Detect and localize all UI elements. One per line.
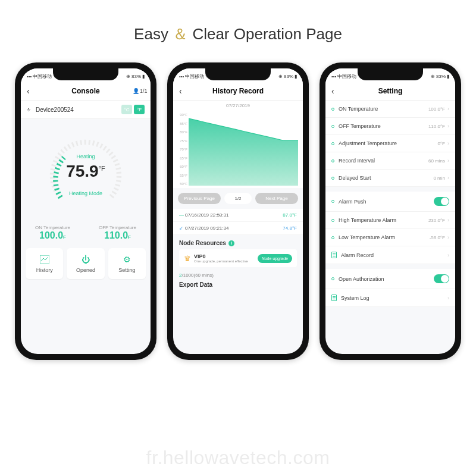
history-record-row[interactable]: —07/16/2019 22:58:3187.0°F [173, 209, 303, 222]
toggle-switch[interactable] [434, 274, 449, 283]
info-icon[interactable]: i [228, 240, 234, 246]
setting-high-alarm[interactable]: High Temperature Alarm 230.0°F› [325, 212, 455, 229]
phone-settings: •••中国移动 ᯤ 9:25 AM ⊕83%▮ ‹ Setting ON Tem… [320, 62, 461, 360]
unit-fahrenheit-button[interactable]: °F [134, 105, 145, 114]
wifi-icon: ᯤ [27, 107, 33, 113]
node-resources-header: Node Resources i [179, 240, 297, 246]
on-temperature: ON Temperature 100.0F [35, 225, 70, 241]
setting-row[interactable]: Adjustment Temperature0°F› [325, 135, 455, 152]
chevron-right-icon: › [447, 158, 449, 164]
chart-icon [26, 254, 63, 265]
chevron-right-icon: › [447, 140, 449, 146]
setting-alarm-push[interactable]: Alarm Push [325, 192, 455, 212]
chevron-right-icon: › [447, 106, 449, 112]
back-button[interactable]: ‹ [331, 86, 343, 96]
setting-alarm-record[interactable]: Alarm Record › [325, 246, 455, 264]
svg-marker-1 [189, 118, 298, 186]
chevron-right-icon: › [447, 234, 449, 240]
history-record-row[interactable]: ↙07/27/2019 09:21:3474.8°F [173, 222, 303, 235]
screen-title: Setting [343, 87, 437, 95]
page-indicator: 1/2 [224, 193, 252, 204]
off-temperature: OFF Temperature 110.0F [99, 225, 136, 241]
screen-title: Console [39, 87, 133, 95]
crown-icon: ♛ [184, 254, 191, 263]
power-button[interactable]: ⏻ Opened [67, 248, 104, 279]
prev-page-button[interactable]: Previous Page [178, 193, 221, 204]
device-name-label: Device200524 [36, 107, 74, 113]
document-icon [331, 295, 337, 301]
chevron-right-icon: › [447, 123, 449, 129]
history-date: 07/27/2019 [173, 101, 303, 111]
user-icon: 👤 [133, 88, 139, 94]
setting-open-auth[interactable]: Open Authorization [325, 269, 455, 289]
history-chart: 90°F85°F80°F75°F70°F65°F60°F55°F50°F [173, 111, 303, 188]
mode-label: Heating Mode [44, 190, 127, 196]
toggle-switch[interactable] [434, 197, 449, 206]
screen-title: History Record [191, 87, 285, 95]
back-button[interactable]: ‹ [27, 86, 39, 96]
document-icon [331, 252, 337, 258]
temperature-value: 75.9°F [44, 162, 127, 181]
phone-console: •••中国移动 ᯤ 9:25 AM ⊕83%▮ ‹ Console 👤1/1 ᯤ… [15, 62, 156, 360]
device-row[interactable]: ᯤ Device200524 °C °F [21, 101, 151, 119]
chevron-right-icon: › [447, 295, 449, 301]
setting-row[interactable]: ON Temperature100.0°F› [325, 101, 455, 118]
setting-system-log[interactable]: System Log › [325, 289, 455, 307]
unit-celsius-button[interactable]: °C [121, 105, 132, 114]
setting-row[interactable]: Record Interval60 mins› [325, 152, 455, 170]
quota-text: 2/1000(60 mins) [173, 270, 303, 279]
users-button[interactable]: 👤1/1 [133, 88, 145, 94]
heating-label: Heating [44, 154, 127, 159]
power-icon: ⏻ [67, 254, 104, 265]
header: ‹ Console 👤1/1 [21, 82, 151, 101]
setting-row[interactable]: OFF Temperature110.0°F› [325, 118, 455, 135]
chevron-right-icon: › [447, 252, 449, 258]
setting-low-alarm[interactable]: Low Temperature Alarm -58.0°F› [325, 229, 455, 246]
temperature-gauge: Heating 75.9°F Heating Mode [44, 131, 127, 214]
next-page-button[interactable]: Next Page [255, 193, 298, 204]
vip-row: ♛ VIP0 One upgrade, permanent effective … [179, 249, 297, 267]
history-button[interactable]: History [26, 248, 63, 279]
header: ‹ Setting [325, 82, 455, 101]
page-title: Easy ＆ Clear Operation Page [0, 0, 476, 62]
phone-history: •••中国移动 ᯤ 9:25 AM ⊕83%▮ ‹ History Record… [167, 62, 309, 360]
chevron-right-icon: › [447, 217, 449, 223]
watermark: fr.hellowavetech.com [0, 447, 476, 469]
header: ‹ History Record [173, 82, 303, 101]
chevron-right-icon: › [447, 175, 449, 181]
setting-row[interactable]: Delayed Start0 min› [325, 170, 455, 187]
gear-icon: ⚙ [108, 254, 146, 265]
setting-button[interactable]: ⚙ Setting [108, 248, 146, 279]
back-button[interactable]: ‹ [179, 86, 191, 96]
export-data-header[interactable]: Export Data [173, 279, 303, 290]
upgrade-button[interactable]: Node upgrade [258, 254, 292, 263]
